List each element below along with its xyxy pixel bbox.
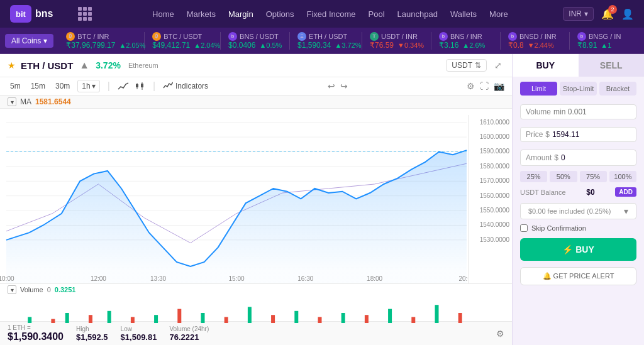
notification-icon[interactable]: 🔔 2	[601, 8, 614, 20]
sell-tab[interactable]: SELL	[579, 54, 645, 77]
undo-icon[interactable]: ↩	[328, 81, 335, 91]
nav-right: INR ▾ 🔔 2 👤	[563, 7, 634, 21]
nav-home[interactable]: Home	[152, 9, 174, 19]
nav-pool[interactable]: Pool	[369, 9, 385, 19]
grid-icon[interactable]	[78, 7, 92, 21]
ticker-pair-label: BTC / INR	[77, 33, 109, 40]
nav-wallets[interactable]: Wallets	[450, 9, 477, 19]
btc-icon: ₿	[152, 32, 161, 41]
ticker-item-bns-inr[interactable]: b BNS / INR ₹3.16 ▲2.6%	[431, 32, 501, 50]
star-icon[interactable]: ★	[8, 60, 16, 70]
amount-symbol: $	[554, 153, 558, 162]
fee-dropdown-icon[interactable]: ▾	[624, 206, 628, 216]
indicator-icon	[163, 82, 173, 90]
indicators-btn[interactable]: Indicators	[163, 82, 208, 90]
amount-input[interactable]	[561, 153, 644, 162]
ticker-item-bnsd-inr[interactable]: b BNSD / INR ₹0.8 ▼2.44%	[501, 32, 570, 50]
ma-indicator-row: ▾ MA 1581.6544	[0, 96, 512, 109]
ticker-item-eth-usdt[interactable]: Ξ ETH / USDT $1,590.34 ▲3.72%	[290, 32, 362, 50]
ticker-pair-label: BNS / INR	[450, 33, 482, 40]
settings-icon[interactable]: ⚙	[467, 81, 475, 91]
buy-button[interactable]: ⚡ BUY	[520, 238, 636, 261]
all-coins-label: All Coins	[11, 36, 41, 45]
ticker-item-btc-usdt[interactable]: ₿ BTC / USDT $49,412.71 ▲2.04%	[145, 32, 221, 50]
percent-50-btn[interactable]: 50%	[550, 171, 577, 182]
amount-form-row: Amount $ ⊙	[513, 146, 644, 170]
price-chart	[0, 109, 512, 283]
ticker-item-bns-usdt[interactable]: b BNS / USDT $0.0406 ▲0.5%	[221, 32, 290, 50]
pair-subtitle: Ethereum	[128, 62, 158, 69]
nav-markets[interactable]: Markets	[187, 9, 216, 19]
volume-section: ▾ Volume 0 0.3251	[0, 283, 512, 321]
ticker-change: ▼0.34%	[397, 41, 424, 49]
ticker-item-btc-inr[interactable]: ₿ BTC / INR ₹37,96,799.17 ▲2.05%	[58, 32, 145, 50]
price-input[interactable]	[552, 130, 644, 139]
price-field-label: Price	[526, 130, 543, 139]
user-icon[interactable]: 👤	[621, 8, 634, 20]
stat-eth-unit: 1 ETH = $1,590.3400	[8, 324, 64, 342]
ticker-change: ▼2.44%	[528, 41, 554, 49]
low-value: $1,509.81	[121, 332, 157, 342]
volume-zero: 0	[47, 286, 51, 293]
logo[interactable]: bit bns	[10, 5, 53, 23]
timeframe-5m[interactable]: 5m	[8, 80, 23, 92]
nav-margin[interactable]: Margin	[228, 9, 253, 19]
ticker-price: ₹76.59	[370, 41, 394, 50]
percent-25-btn[interactable]: 25%	[520, 171, 547, 182]
ticker-item-bnsg[interactable]: b BNSG / IN ₹8.91 ▲1	[570, 32, 639, 50]
ticker-pair-label: BNS / USDT	[240, 33, 279, 40]
ma-toggle[interactable]: ▾	[8, 97, 16, 106]
ticker-price: ₹37,96,799.17	[66, 41, 115, 50]
redo-icon[interactable]: ↪	[340, 81, 348, 91]
ticker-pair-label: BNSG / IN	[589, 33, 621, 40]
chart-type-selector[interactable]: USDT ⇅	[446, 59, 487, 72]
eth-price-value: $1,590.3400	[8, 331, 64, 342]
volume-input[interactable]	[553, 107, 644, 116]
volume-input-container: Volume MIN	[520, 104, 636, 119]
svg-rect-1	[136, 84, 138, 87]
ticker-price: ₹8.91	[577, 41, 597, 50]
screenshot-icon[interactable]: 📷	[494, 81, 504, 91]
ticker-change: ▲2.6%	[462, 41, 485, 49]
order-panel: BUY SELL Limit Stop-Limit Bracket Volume…	[512, 54, 644, 345]
all-coins-filter[interactable]: All Coins ▾	[5, 34, 53, 48]
price-symbol: $	[545, 130, 550, 139]
limit-tab[interactable]: Limit	[520, 82, 557, 96]
ticker-pair-label: USDT / INR	[381, 33, 418, 40]
nav-launchpad[interactable]: Launchpad	[397, 9, 438, 19]
percent-75-btn[interactable]: 75%	[580, 171, 607, 182]
ticker-price: $0.0406	[228, 41, 255, 50]
price-alert-button[interactable]: 🔔 GET PRICE ALERT	[520, 267, 636, 285]
chevron-down-icon: ▾	[92, 82, 96, 90]
nav-fixed-income[interactable]: Fixed Income	[307, 9, 356, 19]
bottom-settings-icon[interactable]: ⚙	[496, 329, 504, 339]
stat-high: High $1,592.5	[76, 326, 108, 342]
timeframe-15m[interactable]: 15m	[28, 80, 48, 92]
timeframe-1h-dropdown[interactable]: 1h ▾	[77, 80, 99, 92]
logo-text: bns	[35, 8, 53, 19]
stop-limit-tab[interactable]: Stop-Limit	[560, 82, 597, 96]
add-funds-button[interactable]: ADD	[615, 187, 636, 197]
bracket-tab[interactable]: Bracket	[599, 82, 636, 96]
skip-confirmation-checkbox[interactable]	[520, 224, 528, 232]
balance-row: USDT Balance $0 ADD	[513, 183, 644, 200]
timeframe-30m[interactable]: 30m	[53, 80, 72, 92]
currency-selector[interactable]: INR ▾	[563, 7, 594, 21]
volume-toggle[interactable]: ▾	[8, 285, 16, 294]
arrow-icon: ▲	[79, 60, 89, 71]
y-axis: 1610.00001600.00001590.00001580.00001570…	[468, 115, 512, 283]
stat-low: Low $1,509.81	[121, 326, 157, 342]
candle-chart-btn[interactable]	[134, 82, 145, 90]
chart-section: ★ ETH / USDT ▲ 3.72% Ethereum USDT ⇅ ⤢ 5…	[0, 54, 512, 345]
fullscreen-icon[interactable]: ⛶	[480, 81, 489, 91]
expand-icon[interactable]: ⤢	[492, 59, 504, 72]
percent-100-btn[interactable]: 100%	[609, 171, 636, 182]
line-chart-btn[interactable]	[118, 82, 129, 90]
bnsd-icon: b	[508, 32, 517, 41]
buy-tab[interactable]: BUY	[513, 54, 579, 77]
ticker-price: $1,590.34	[297, 41, 331, 50]
ticker-item-usdt-inr[interactable]: T USDT / INR ₹76.59 ▼0.34%	[362, 32, 431, 50]
line-chart-icon	[118, 82, 129, 90]
nav-options[interactable]: Options	[266, 9, 294, 19]
nav-more[interactable]: More	[489, 9, 508, 19]
